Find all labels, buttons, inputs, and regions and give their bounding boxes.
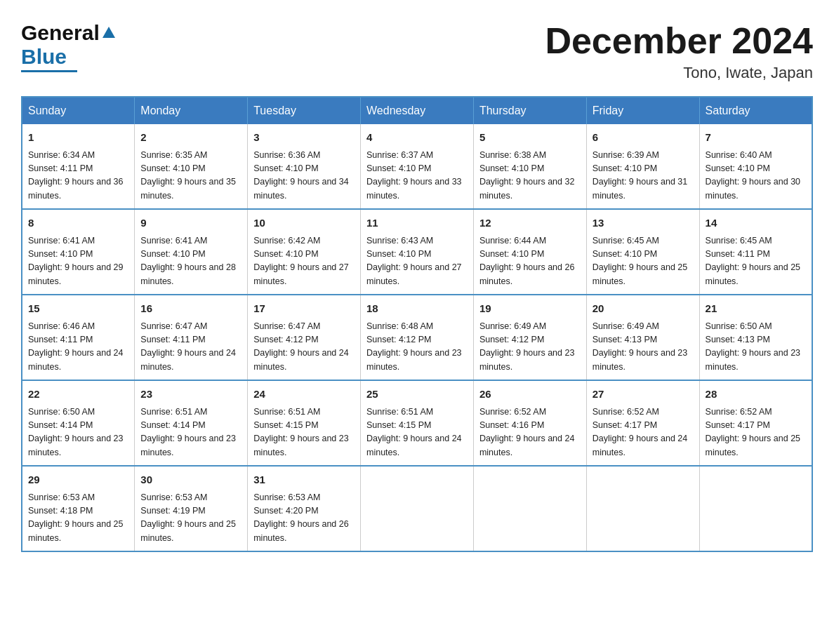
day-number: 25 [366, 387, 468, 403]
day-number: 2 [140, 130, 241, 146]
day-number: 23 [140, 387, 241, 403]
day-info: Sunrise: 6:38 AMSunset: 4:10 PMDaylight:… [479, 149, 581, 203]
table-row: 11Sunrise: 6:43 AMSunset: 4:10 PMDayligh… [361, 209, 474, 295]
table-row: 28Sunrise: 6:52 AMSunset: 4:17 PMDayligh… [699, 380, 812, 466]
day-info: Sunrise: 6:52 AMSunset: 4:17 PMDaylight:… [593, 405, 694, 460]
day-info: Sunrise: 6:44 AMSunset: 4:10 PMDaylight:… [479, 234, 581, 289]
day-info: Sunrise: 6:45 AMSunset: 4:11 PMDaylight:… [706, 234, 806, 289]
table-row [361, 466, 474, 551]
calendar-header-row: Sunday Monday Tuesday Wednesday Thursday… [22, 97, 812, 124]
day-number: 7 [706, 130, 806, 146]
day-info: Sunrise: 6:40 AMSunset: 4:10 PMDaylight:… [706, 149, 806, 203]
day-info: Sunrise: 6:53 AMSunset: 4:19 PMDaylight:… [140, 491, 241, 546]
table-row: 7Sunrise: 6:40 AMSunset: 4:10 PMDaylight… [699, 124, 812, 209]
day-info: Sunrise: 6:42 AMSunset: 4:10 PMDaylight:… [253, 234, 355, 289]
day-number: 13 [593, 215, 694, 232]
day-info: Sunrise: 6:53 AMSunset: 4:20 PMDaylight:… [253, 491, 355, 546]
table-row [473, 466, 586, 551]
col-friday: Friday [586, 97, 699, 124]
logo-blue-text: Blue [21, 45, 67, 68]
logo-underline [21, 70, 77, 72]
day-info: Sunrise: 6:45 AMSunset: 4:10 PMDaylight:… [593, 234, 694, 289]
table-row: 22Sunrise: 6:50 AMSunset: 4:14 PMDayligh… [22, 380, 135, 466]
page-header: General Blue December 2024 Tono, Iwate, … [21, 21, 813, 82]
day-number: 11 [366, 215, 468, 232]
day-number: 8 [28, 215, 128, 232]
day-info: Sunrise: 6:50 AMSunset: 4:14 PMDaylight:… [28, 405, 128, 460]
day-info: Sunrise: 6:41 AMSunset: 4:10 PMDaylight:… [140, 234, 241, 289]
day-number: 30 [140, 472, 241, 488]
col-monday: Monday [135, 97, 248, 124]
table-row: 10Sunrise: 6:42 AMSunset: 4:10 PMDayligh… [248, 209, 361, 295]
calendar-week-row: 29Sunrise: 6:53 AMSunset: 4:18 PMDayligh… [22, 466, 812, 551]
logo-triangle-icon [101, 25, 117, 41]
day-number: 20 [593, 301, 694, 317]
day-number: 10 [253, 215, 355, 232]
day-info: Sunrise: 6:49 AMSunset: 4:12 PMDaylight:… [479, 320, 581, 375]
day-info: Sunrise: 6:47 AMSunset: 4:11 PMDaylight:… [140, 320, 241, 375]
day-info: Sunrise: 6:41 AMSunset: 4:10 PMDaylight:… [28, 234, 128, 289]
table-row: 13Sunrise: 6:45 AMSunset: 4:10 PMDayligh… [586, 209, 699, 295]
day-info: Sunrise: 6:51 AMSunset: 4:15 PMDaylight:… [366, 405, 468, 460]
day-number: 27 [593, 387, 694, 403]
day-info: Sunrise: 6:53 AMSunset: 4:18 PMDaylight:… [28, 491, 128, 546]
col-sunday: Sunday [22, 97, 135, 124]
day-info: Sunrise: 6:37 AMSunset: 4:10 PMDaylight:… [366, 149, 468, 203]
table-row: 25Sunrise: 6:51 AMSunset: 4:15 PMDayligh… [361, 380, 474, 466]
table-row: 9Sunrise: 6:41 AMSunset: 4:10 PMDaylight… [135, 209, 248, 295]
calendar-week-row: 15Sunrise: 6:46 AMSunset: 4:11 PMDayligh… [22, 295, 812, 380]
svg-marker-0 [102, 27, 115, 38]
table-row: 23Sunrise: 6:51 AMSunset: 4:14 PMDayligh… [135, 380, 248, 466]
table-row: 1Sunrise: 6:34 AMSunset: 4:11 PMDaylight… [22, 124, 135, 209]
logo: General Blue [21, 21, 117, 72]
day-number: 21 [706, 301, 806, 317]
col-thursday: Thursday [473, 97, 586, 124]
day-info: Sunrise: 6:48 AMSunset: 4:12 PMDaylight:… [366, 320, 468, 375]
calendar-week-row: 8Sunrise: 6:41 AMSunset: 4:10 PMDaylight… [22, 209, 812, 295]
table-row: 14Sunrise: 6:45 AMSunset: 4:11 PMDayligh… [699, 209, 812, 295]
day-info: Sunrise: 6:34 AMSunset: 4:11 PMDaylight:… [28, 149, 128, 203]
day-number: 1 [28, 130, 128, 146]
day-info: Sunrise: 6:35 AMSunset: 4:10 PMDaylight:… [140, 149, 241, 203]
table-row: 15Sunrise: 6:46 AMSunset: 4:11 PMDayligh… [22, 295, 135, 380]
table-row: 26Sunrise: 6:52 AMSunset: 4:16 PMDayligh… [473, 380, 586, 466]
table-row: 4Sunrise: 6:37 AMSunset: 4:10 PMDaylight… [361, 124, 474, 209]
table-row: 8Sunrise: 6:41 AMSunset: 4:10 PMDaylight… [22, 209, 135, 295]
table-row: 12Sunrise: 6:44 AMSunset: 4:10 PMDayligh… [473, 209, 586, 295]
calendar-week-row: 22Sunrise: 6:50 AMSunset: 4:14 PMDayligh… [22, 380, 812, 466]
table-row: 19Sunrise: 6:49 AMSunset: 4:12 PMDayligh… [473, 295, 586, 380]
day-info: Sunrise: 6:49 AMSunset: 4:13 PMDaylight:… [593, 320, 694, 375]
col-wednesday: Wednesday [361, 97, 474, 124]
calendar-table: Sunday Monday Tuesday Wednesday Thursday… [21, 96, 813, 552]
day-number: 6 [593, 130, 694, 146]
day-number: 12 [479, 215, 581, 232]
day-number: 22 [28, 387, 128, 403]
table-row: 18Sunrise: 6:48 AMSunset: 4:12 PMDayligh… [361, 295, 474, 380]
table-row: 16Sunrise: 6:47 AMSunset: 4:11 PMDayligh… [135, 295, 248, 380]
day-info: Sunrise: 6:51 AMSunset: 4:14 PMDaylight:… [140, 405, 241, 460]
day-number: 3 [253, 130, 355, 146]
col-tuesday: Tuesday [248, 97, 361, 124]
table-row [699, 466, 812, 551]
table-row: 3Sunrise: 6:36 AMSunset: 4:10 PMDaylight… [248, 124, 361, 209]
day-number: 15 [28, 301, 128, 317]
table-row: 27Sunrise: 6:52 AMSunset: 4:17 PMDayligh… [586, 380, 699, 466]
table-row: 5Sunrise: 6:38 AMSunset: 4:10 PMDaylight… [473, 124, 586, 209]
day-info: Sunrise: 6:43 AMSunset: 4:10 PMDaylight:… [366, 234, 468, 289]
day-info: Sunrise: 6:36 AMSunset: 4:10 PMDaylight:… [253, 149, 355, 203]
calendar-week-row: 1Sunrise: 6:34 AMSunset: 4:11 PMDaylight… [22, 124, 812, 209]
day-info: Sunrise: 6:39 AMSunset: 4:10 PMDaylight:… [593, 149, 694, 203]
table-row: 21Sunrise: 6:50 AMSunset: 4:13 PMDayligh… [699, 295, 812, 380]
day-number: 31 [253, 472, 355, 488]
day-number: 16 [140, 301, 241, 317]
table-row [586, 466, 699, 551]
table-row: 2Sunrise: 6:35 AMSunset: 4:10 PMDaylight… [135, 124, 248, 209]
col-saturday: Saturday [699, 97, 812, 124]
day-info: Sunrise: 6:52 AMSunset: 4:17 PMDaylight:… [706, 405, 806, 460]
day-number: 18 [366, 301, 468, 317]
logo-general-text: General [21, 21, 100, 45]
month-title: December 2024 [545, 21, 813, 61]
table-row: 20Sunrise: 6:49 AMSunset: 4:13 PMDayligh… [586, 295, 699, 380]
day-number: 17 [253, 301, 355, 317]
day-number: 29 [28, 472, 128, 488]
